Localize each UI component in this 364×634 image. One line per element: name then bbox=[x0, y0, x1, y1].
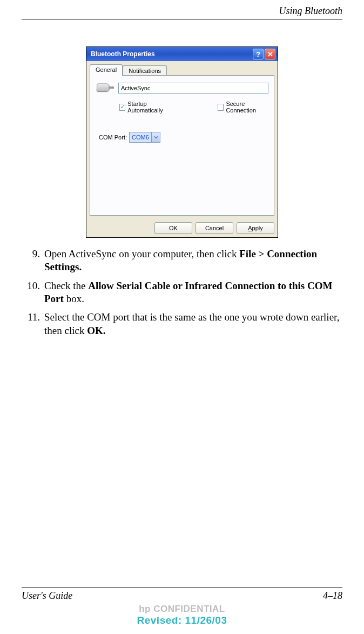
help-icon[interactable]: ? bbox=[253, 49, 264, 59]
section-title: Using Bluetooth bbox=[279, 5, 343, 17]
step-11: 11. Select the COM port that is the same… bbox=[22, 311, 342, 337]
page-footer: User's Guide 4–18 bbox=[22, 588, 342, 602]
com-port-label: COM Port: bbox=[96, 134, 127, 141]
ok-button[interactable]: OK bbox=[154, 222, 192, 234]
header-rule bbox=[22, 19, 342, 19]
footer-right: 4–18 bbox=[323, 590, 342, 602]
dialog-title: Bluetooth Properties bbox=[89, 50, 252, 58]
tab-notifications[interactable]: Notifications bbox=[123, 65, 167, 76]
revised-date: Revised: 11/26/03 bbox=[0, 615, 364, 626]
confidential-line: hp CONFIDENTIAL bbox=[0, 604, 364, 615]
step-number: 10. bbox=[22, 279, 40, 306]
step-text: Select the COM port that is the same as … bbox=[44, 311, 342, 337]
secure-label: Secure Connection bbox=[226, 101, 268, 114]
chevron-down-icon bbox=[151, 132, 160, 142]
device-name-input[interactable]: ActiveSync bbox=[118, 83, 268, 94]
footer-left: User's Guide bbox=[22, 590, 72, 602]
step-text: Check the Allow Serial Cable or Infrared… bbox=[44, 279, 342, 306]
startup-label: Startup Automatically bbox=[127, 101, 174, 114]
step-number: 11. bbox=[22, 311, 40, 337]
bluetooth-properties-dialog: Bluetooth Properties ? ✕ General Notific… bbox=[86, 46, 278, 238]
com-port-select[interactable]: COM6 bbox=[129, 132, 160, 143]
step-number: 9. bbox=[22, 248, 40, 274]
checkbox-unchecked-icon bbox=[218, 104, 224, 111]
dialog-titlebar[interactable]: Bluetooth Properties ? ✕ bbox=[86, 47, 278, 61]
com-port-value: COM6 bbox=[130, 132, 151, 142]
step-10: 10. Check the Allow Serial Cable or Infr… bbox=[22, 279, 342, 306]
close-icon[interactable]: ✕ bbox=[265, 49, 275, 59]
page-header: Using Bluetooth bbox=[22, 0, 342, 17]
step-9: 9. Open ActiveSync on your computer, the… bbox=[22, 248, 342, 274]
checkbox-checked-icon: ✓ bbox=[119, 104, 125, 111]
footer-rule bbox=[22, 588, 342, 588]
step-text: Open ActiveSync on your computer, then c… bbox=[44, 248, 342, 274]
confidential-block: hp CONFIDENTIAL Revised: 11/26/03 bbox=[0, 604, 364, 626]
apply-button[interactable]: Apply bbox=[237, 222, 274, 234]
tab-panel-general: ActiveSync ✓ Startup Automatically Secur… bbox=[90, 75, 274, 216]
instruction-list: 9. Open ActiveSync on your computer, the… bbox=[22, 248, 342, 337]
startup-automatically-checkbox[interactable]: ✓ Startup Automatically bbox=[119, 101, 174, 114]
serial-connector-icon bbox=[96, 81, 115, 95]
tab-general[interactable]: General bbox=[90, 64, 123, 76]
cancel-button[interactable]: Cancel bbox=[196, 222, 233, 234]
secure-connection-checkbox[interactable]: Secure Connection bbox=[218, 101, 268, 114]
device-name-value: ActiveSync bbox=[121, 85, 150, 91]
